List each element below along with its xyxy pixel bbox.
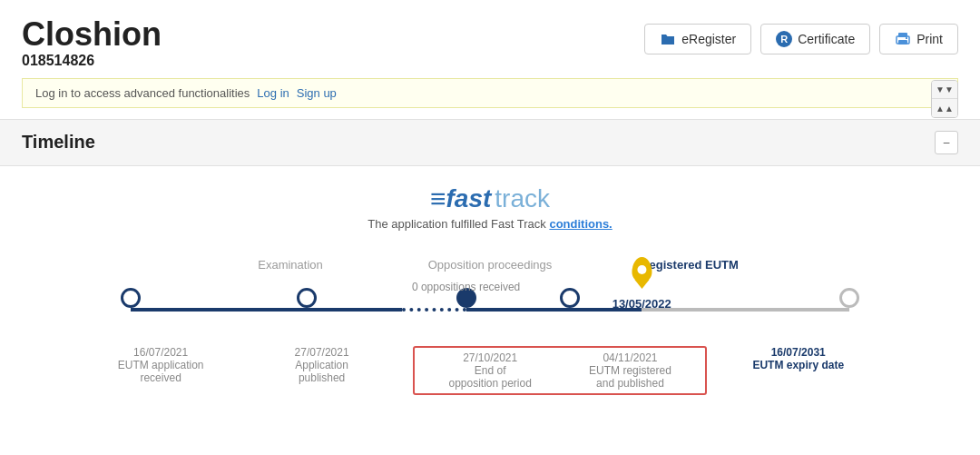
event-4: 04/11/2021 EUTM registered and published [589,351,671,390]
fast-dash: ≡ [430,185,445,213]
signup-link[interactable]: Sign up [297,86,337,100]
oppositions-label: 0 oppositions received [412,281,520,293]
section-title: Timeline [22,132,95,153]
event-5-date: 16/07/2031 [707,346,889,359]
event-3-label: End of opposition period [448,364,531,390]
pin-body [632,257,652,282]
event-1: 16/07/2021 EUTM application received [91,346,230,395]
fast-track-logo: ≡ fast track [430,184,550,213]
line-seg-dotted [402,308,466,312]
eregister-label: eRegister [681,32,736,46]
timeline-line-wrapper: 13/05/2022 0 oppositions received 16/07/… [91,279,889,395]
line-seg-gray [642,308,849,312]
event-2: 27/07/2021 Application published [230,346,413,395]
folder-icon [660,31,676,47]
timeline-node-2 [297,288,317,308]
brand-name: Closhion [22,16,162,53]
login-link[interactable]: Log in [257,86,289,100]
print-icon [895,31,911,47]
svg-rect-2 [898,40,907,45]
certificate-button[interactable]: R Certificate [760,24,870,54]
event-1-label: EUTM application received [91,359,230,384]
brand-number: 018514826 [22,53,162,69]
timeline-node-5 [839,288,859,308]
phase-examination: Examination [205,258,377,272]
event-1-date: 16/07/2021 [91,346,230,359]
collapse-all-button[interactable]: ▼▼ [932,81,957,99]
fast-track-subtitle-text: The application fulfilled Fast Track [368,217,546,231]
print-label: Print [916,32,943,46]
fast-track-subtitle: The application fulfilled Fast Track con… [36,217,944,231]
timeline-node-4 [560,288,580,308]
conditions-link[interactable]: conditions. [549,217,612,231]
pin-date: 13/05/2022 [612,297,671,311]
event-4-label: EUTM registered and published [589,364,671,390]
timeline-content: ≡ fast track The application fulfilled F… [0,166,980,422]
timeline-line: 13/05/2022 0 oppositions received [91,279,889,342]
login-bar: Log in to access advanced functionalitie… [22,78,958,108]
event-2-date: 27/07/2021 [230,346,413,359]
fast-track-banner: ≡ fast track The application fulfilled F… [36,184,944,231]
event-4-date: 04/11/2021 [589,351,671,364]
svg-rect-3 [906,37,907,39]
event-2-label: Application published [230,359,413,384]
timeline-node-1 [121,288,141,308]
eregister-button[interactable]: eRegister [644,24,751,54]
event-3-date: 27/10/2021 [448,351,531,364]
track-word: track [495,184,550,213]
print-button[interactable]: Print [879,24,958,54]
line-seg-1 [131,308,307,312]
header: Closhion 018514826 eRegister R Certifica… [0,0,980,78]
collapse-icon: – [944,136,950,149]
section-header: Timeline – [0,119,980,166]
header-buttons: eRegister R Certificate Print [644,24,958,54]
timeline-pin: 13/05/2022 [612,257,671,311]
phase-opposition: Opposition proceedings [376,258,603,272]
event-3: 27/10/2021 End of opposition period [448,351,531,390]
pin-inner [637,265,646,274]
fast-word: fast [446,184,492,213]
section-collapse-button[interactable]: – [935,131,958,154]
certificate-label: Certificate [798,32,855,46]
timeline-events: 16/07/2021 EUTM application received 27/… [91,342,889,395]
timeline-section: Timeline – ≡ fast track The application … [0,119,980,422]
brand-info: Closhion 018514826 [22,16,162,69]
event-5-label: EUTM expiry date [707,359,889,371]
login-bar-text: Log in to access advanced functionalitie… [35,86,250,100]
collapse-controls: ▼▼ ▲▲ [931,80,958,118]
timeline-labels: Examination Opposition proceedings Regis… [91,258,889,272]
event-5: 16/07/2031 EUTM expiry date [707,346,889,395]
expand-all-button[interactable]: ▲▲ [932,99,957,117]
line-seg-3 [466,308,570,312]
certificate-icon: R [776,31,792,47]
line-seg-2 [307,308,403,312]
highlighted-events-box: 27/10/2021 End of opposition period 04/1… [413,346,708,395]
timeline-wrapper: Examination Opposition proceedings Regis… [36,258,944,395]
